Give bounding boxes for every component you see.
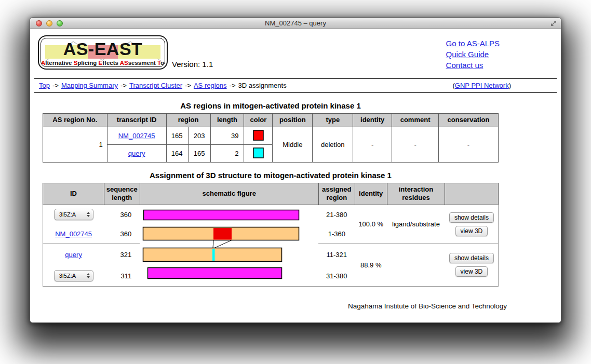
page-content: AS-EAST Alternative Splicing Effects ASs…	[30, 29, 561, 322]
col-actions	[445, 183, 499, 205]
breadcrumb-separator: ->	[230, 82, 236, 89]
link-transcript-nm-002745[interactable]: NM_002745	[118, 132, 155, 140]
breadcrumb-link-mapping-summary[interactable]: Mapping Summary	[61, 82, 118, 89]
sequence-length: 321	[104, 244, 140, 266]
select-stepper-icon	[86, 273, 90, 279]
link-gnp-ppi-network[interactable]: GNP PPI Network	[455, 82, 509, 89]
col-schematic-figure: schematic figure	[140, 183, 318, 205]
actions-cell: show details view 3D	[445, 205, 499, 244]
col-sequence-length: sequence length	[104, 183, 140, 205]
gnp-ppi-network-wrap: (GNP PPI Network)	[453, 82, 511, 89]
actions-cell: show details view 3D	[445, 244, 499, 286]
as-region-cyan-segment	[212, 249, 215, 261]
region-end: 203	[188, 127, 210, 145]
identity-percent: 100.0 %	[355, 205, 387, 244]
structure-select[interactable]: 3I5Z:A	[54, 270, 93, 281]
schematic-figure	[140, 205, 318, 286]
structure-select[interactable]: 3I5Z:A	[54, 209, 93, 220]
comment-value: -	[392, 127, 439, 163]
as-regions-title: AS regions in mitogen-activated protein …	[43, 101, 499, 110]
zoom-button[interactable]	[57, 20, 63, 26]
region-length: 39	[210, 127, 244, 145]
title-bar[interactable]: NM_002745 – query	[30, 18, 561, 29]
col-type: type	[313, 114, 353, 127]
assigned-region: 31-380	[318, 266, 355, 286]
region-start: 164	[166, 145, 188, 163]
breadcrumb-link-transcript-cluster[interactable]: Transcript Cluster	[129, 82, 182, 89]
region-start: 165	[166, 127, 188, 145]
col-assigned-region: assigned region	[318, 183, 355, 205]
logo-subtitle-text: sessment	[128, 60, 157, 66]
logo-subtitle: Alternative Splicing Effects ASsessment …	[41, 60, 165, 66]
close-button[interactable]	[36, 20, 42, 26]
assigned-region: 1-360	[318, 224, 355, 244]
col-position: position	[273, 114, 313, 127]
interaction-residues	[387, 244, 445, 286]
sequence-length: 311	[104, 266, 140, 286]
paren: )	[509, 82, 511, 89]
logo-subtitle-text: ffects	[102, 60, 119, 66]
color-swatch-cell	[244, 127, 273, 145]
traffic-lights	[36, 20, 63, 26]
red-color-swatch	[253, 130, 264, 141]
col-length: length	[210, 114, 244, 127]
view-3d-button[interactable]: view 3D	[455, 226, 488, 236]
link-quick-guide[interactable]: Quick Guide	[446, 49, 500, 60]
col-as-region-no: AS region No.	[43, 114, 108, 127]
as-region-number: 1	[43, 127, 108, 163]
color-swatch-cell	[244, 145, 273, 163]
link-contact-us[interactable]: Contact us	[446, 60, 500, 71]
sequence-length: 360	[104, 205, 140, 224]
select-stepper-icon	[86, 211, 90, 218]
logo-subtitle-accent: AS	[120, 60, 128, 66]
table-row: 1 NM_002745 165 203 39 Middle deletion -…	[43, 127, 499, 145]
breadcrumb-link-top[interactable]: Top	[39, 82, 50, 89]
conservation-value: -	[439, 127, 499, 163]
col-transcript-id: transcript ID	[107, 114, 166, 127]
logo-subtitle-text: ools	[160, 60, 165, 66]
show-details-button[interactable]: show details	[449, 253, 494, 263]
col-interaction-residues: interaction residues	[387, 183, 445, 205]
breadcrumb-separator: ->	[185, 82, 191, 89]
logo-subtitle-text: lternative	[45, 60, 73, 66]
minimize-button[interactable]	[46, 20, 52, 26]
structure-select-value: 3I5Z:A	[59, 273, 76, 279]
link-nm-002745[interactable]: NM_002745	[55, 230, 92, 238]
resize-icon[interactable]	[550, 20, 557, 29]
col-id: ID	[43, 183, 104, 205]
bar-3i5z-top	[144, 210, 299, 220]
structure-select-value: 3I5Z:A	[59, 211, 76, 218]
as-east-logo: AS-EAST Alternative Splicing Effects ASs…	[38, 35, 168, 70]
breadcrumb-link-as-regions[interactable]: AS regions	[194, 82, 227, 89]
interaction-residues: ligand/substrate	[387, 205, 445, 244]
assigned-region: 21-380	[318, 205, 355, 224]
page-header: AS-EAST Alternative Splicing Effects ASs…	[30, 35, 561, 71]
link-go-to-as-alps[interactable]: Go to AS-ALPS	[446, 38, 500, 49]
col-color: color	[244, 114, 273, 127]
window-title: NM_002745 – query	[30, 19, 561, 27]
assignment-title: Assignment of 3D structure to mitogen-ac…	[43, 171, 499, 180]
show-details-button[interactable]: show details	[449, 212, 494, 223]
identity-percent: 88.9 %	[355, 244, 387, 286]
connector-line	[214, 240, 232, 248]
type-value: deletion	[313, 127, 353, 163]
identity-value: -	[353, 127, 392, 163]
col-region: region	[166, 114, 210, 127]
logo-title: AS-EAST	[41, 38, 165, 60]
table-row: 3I5Z:A 360	[43, 205, 499, 224]
breadcrumb-separator: ->	[52, 82, 59, 89]
bar-3i5z-bottom	[148, 267, 282, 278]
view-3d-button[interactable]: view 3D	[455, 266, 488, 277]
browser-window: NM_002745 – query AS-EAST	[30, 17, 561, 323]
col-comment: comment	[392, 114, 439, 127]
alignment-schematic	[140, 205, 318, 285]
breadcrumb-current: 3D assignments	[238, 82, 286, 89]
cyan-color-swatch	[253, 147, 264, 158]
link-transcript-query[interactable]: query	[128, 150, 145, 157]
col-conservation: conservation	[439, 114, 499, 127]
region-length: 2	[210, 145, 244, 163]
link-query[interactable]: query	[65, 251, 82, 259]
breadcrumb-separator: ->	[120, 82, 127, 89]
col-identity: identity	[353, 114, 392, 127]
col-identity: identity	[355, 183, 387, 205]
